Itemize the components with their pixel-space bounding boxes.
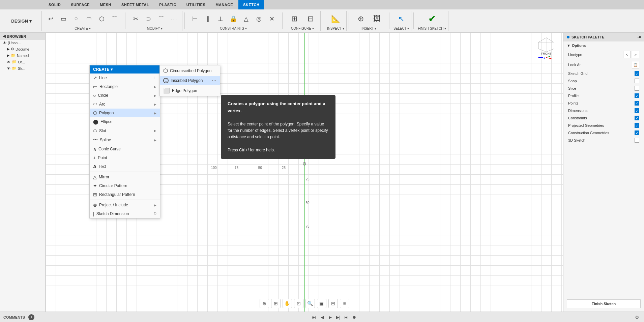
configure-label[interactable]: CONFIGURE ▾ [291,27,314,31]
playback-skip-start[interactable]: ⏮ [311,314,317,321]
polygon-inscribed[interactable]: ⬡ Inscribed Polygon ⋯ [160,76,220,85]
browser-item-doc[interactable]: ▶ ⚙ Docume... [0,46,45,52]
palette-section-header[interactable]: ▼ Options [567,43,641,48]
profile-checkbox[interactable]: ✓ [635,93,639,98]
polygon-icon[interactable]: ⬡ [96,13,108,25]
menu-item-slot[interactable]: ⬭ Slot ▶ [90,126,160,135]
linetype-left-btn[interactable]: < [623,51,631,58]
menu-item-rectangle[interactable]: ▭ Rectangle ▶ [90,82,160,91]
canvas-area[interactable]: -100 -75 -50 -25 25 50 75 FRONT Z ⊕ ⊞ [46,33,563,312]
browser-item-origin[interactable]: 👁 📁 Or... [0,59,45,65]
constraints-checkbox[interactable]: ✓ [635,116,639,120]
menu-item-arc[interactable]: ◠ Arc ▶ [90,100,160,109]
visual-style-btn[interactable]: ≡ [340,299,349,308]
menu-item-mirror[interactable]: △ Mirror [90,173,160,181]
zoom-fit-btn[interactable]: ⊡ [294,299,303,308]
menu-item-text[interactable]: A Text [90,162,160,171]
tab-surface[interactable]: SURFACE [66,0,94,9]
browser-item-named[interactable]: ▶ 📁 Named [0,52,45,59]
playback-prev[interactable]: ◀ [319,314,325,321]
create-label[interactable]: CREATE ▾ [75,27,91,31]
browser-item-sk[interactable]: 👁 📁 Sk... [0,65,45,71]
tab-sketch[interactable]: SKETCH [238,0,264,9]
tab-solid[interactable]: SOLID [44,0,65,9]
playback-skip-end[interactable]: ⏭ [343,314,350,321]
dimensions-checkbox[interactable]: ✓ [635,108,639,113]
image-insert-icon[interactable]: 🖼 [369,11,385,27]
menu-item-project[interactable]: ⊗ Project / Include ▶ [90,201,160,209]
pan-snap-btn[interactable]: ⊞ [271,299,281,308]
linetype-right-btn[interactable]: > [632,51,639,58]
lock-icon[interactable]: 🔒 [227,13,239,25]
insert-label[interactable]: INSERT ▾ [361,27,376,31]
inspect-label[interactable]: INSPECT ▾ [327,27,344,31]
menu-item-ellipse[interactable]: ⬤ Ellipse [90,117,160,126]
snap-checkbox[interactable] [635,79,639,83]
menu-item-dimension[interactable]: | Sketch Dimension D [90,209,160,218]
playback-next[interactable]: ▶| [335,314,342,321]
scissors-icon[interactable]: ✂ [129,13,142,25]
parallel-icon[interactable]: ∥ [202,13,214,25]
finish-check-icon[interactable]: ✔ [424,11,440,27]
record-icon[interactable]: ⏺ [351,314,358,321]
circle-icon[interactable]: ○ [70,13,82,25]
polygon-edge[interactable]: ⬜ Edge Polygon [160,85,220,96]
rectangle-icon[interactable]: ▭ [57,13,69,25]
menu-item-polygon[interactable]: ⬡ Polygon ▶ [90,109,160,117]
palette-expand-icon[interactable]: ⇥ [637,35,641,39]
orbit-btn[interactable]: ⊕ [260,299,269,308]
finish-sketch-button[interactable]: Finish Sketch [567,299,641,308]
table-icon[interactable]: ⊟ [303,11,318,27]
status-settings-icon[interactable]: ⚙ [634,314,641,321]
select-label[interactable]: SELECT ▾ [393,27,409,31]
perpendicular-icon[interactable]: ⊥ [214,13,227,25]
slice-checkbox[interactable] [635,86,639,91]
menu-item-circular-pattern[interactable]: ✦ Circular Pattern [90,181,160,190]
polygon-circumscribed[interactable]: ⬡ Circumscribed Polygon [160,65,220,76]
viewcube[interactable]: FRONT Z [533,36,560,60]
tangent-icon[interactable]: △ [240,13,252,25]
finish-sketch-label[interactable]: FINISH SKETCH ▾ [418,27,446,31]
undo-icon[interactable]: ↩ [45,13,57,25]
design-button[interactable]: DESIGN ▾ [1,11,42,31]
construction-checkbox[interactable]: ✓ [635,130,639,135]
menu-item-circle[interactable]: ○ Circle ▶ [90,91,160,100]
menu-item-conic[interactable]: ∧ Conic Curve [90,145,160,153]
grid-toggle-btn[interactable]: ⊟ [328,299,338,308]
h-constraint-icon[interactable]: ⊢ [189,13,201,25]
select-cursor-icon[interactable]: ↖ [393,11,409,27]
break-icon[interactable]: ⋯ [168,13,180,25]
constraints-label[interactable]: CONSTRAINTS ▾ [220,27,246,31]
measure-icon[interactable]: 📐 [328,11,343,27]
3d-sketch-checkbox[interactable] [635,138,639,143]
tab-utilities[interactable]: UTILITIES [182,0,210,9]
sym-icon[interactable]: ✕ [266,13,278,25]
modify-label[interactable]: MODIFY ▾ [147,27,163,31]
pan-btn[interactable]: ✋ [283,299,292,308]
tab-manage[interactable]: MANAGE [211,0,238,9]
configure-icon[interactable]: ⊞ [287,11,302,27]
points-checkbox[interactable]: ✓ [635,101,639,106]
create-dropdown-header[interactable]: CREATE ▾ [90,65,160,74]
add-comment-button[interactable]: + [28,314,34,320]
menu-item-line[interactable]: ↗ Line L [90,74,160,82]
menu-item-point[interactable]: + Point [90,153,160,162]
zoom-btn[interactable]: 🔍 [305,299,315,308]
display-mode-btn[interactable]: ▣ [317,299,326,308]
menu-item-spline[interactable]: 〜 Spline ▶ [90,135,160,145]
tab-mesh[interactable]: MESH [95,0,116,9]
browser-header[interactable]: ◀ BROWSER [0,33,45,40]
arc-icon[interactable]: ◠ [83,13,95,25]
inscribed-more-icon[interactable]: ⋯ [212,78,216,83]
line-icon[interactable]: ⌒ [109,13,121,25]
browser-item-eye[interactable]: 👁 (Unsa... [0,40,45,46]
insert-icon[interactable]: ⊕ [353,11,369,27]
extend-icon[interactable]: ⊃ [142,13,154,25]
tab-plastic[interactable]: PLASTIC [154,0,181,9]
fillet-icon[interactable]: ⌒ [155,13,167,25]
lookat-btn[interactable]: 📋 [632,61,639,68]
playback-play[interactable]: ▶ [327,314,333,321]
tab-sheet-metal[interactable]: SHEET METAL [117,0,154,9]
menu-item-rect-pattern[interactable]: ⊞ Rectangular Pattern [90,190,160,199]
sketch-grid-checkbox[interactable]: ✓ [635,71,639,76]
